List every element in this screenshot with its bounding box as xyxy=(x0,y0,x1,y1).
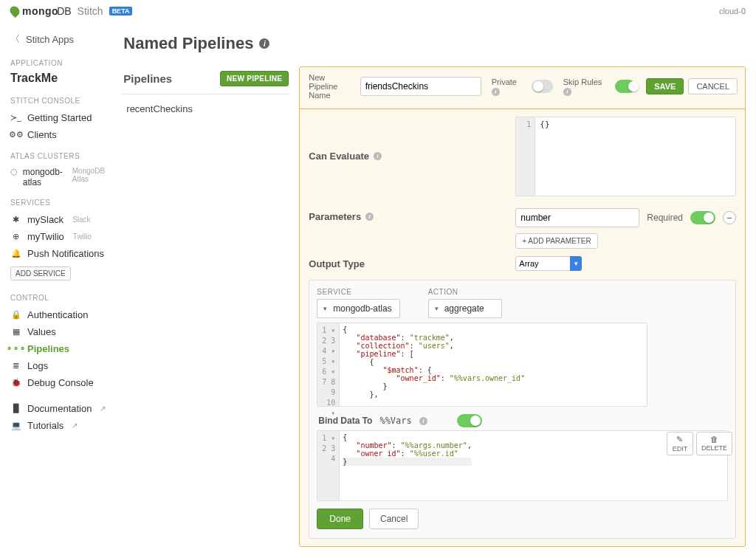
info-icon[interactable]: i xyxy=(419,417,427,425)
sidebar-debug[interactable]: 🐞 Debug Console xyxy=(10,374,109,391)
sidebar-logs[interactable]: ≣ Logs xyxy=(10,357,109,374)
new-pipeline-button[interactable]: NEW PIPELINE xyxy=(220,71,289,86)
add-parameter-button[interactable]: + ADD PARAMETER xyxy=(515,233,597,249)
sidebar-clients[interactable]: ⚙⚙ Clients xyxy=(10,126,109,143)
push-label: Push Notifications xyxy=(27,248,104,259)
sidebar-twilio[interactable]: ⊕ myTwilio Twilio xyxy=(10,228,109,245)
can-evaluate-label: Can Evaluate i xyxy=(309,117,508,162)
info-icon[interactable]: i xyxy=(492,88,500,96)
cancel-button[interactable]: CANCEL xyxy=(688,78,738,94)
stage-code-editor[interactable]: 1 ▾ 2 3 4 ▾ 5 ▾ 6 ▾ 7 8 9 10 ▾ { "databa… xyxy=(317,323,647,407)
private-toggle[interactable] xyxy=(532,80,553,93)
book-icon: ▉ xyxy=(10,404,21,413)
info-icon[interactable]: i xyxy=(563,88,571,96)
section-clusters: ATLAS CLUSTERS xyxy=(10,152,109,160)
pipeline-name-input[interactable] xyxy=(360,77,481,96)
sidebar-docs[interactable]: ▉ Documentation ↗ xyxy=(10,400,109,417)
getting-started-label: Getting Started xyxy=(27,112,92,123)
section-console: STITCH CONSOLE xyxy=(10,97,109,105)
sidebar-tutorials[interactable]: 💻 Tutorials ↗ xyxy=(10,417,109,434)
back-label: Stitch Apps xyxy=(26,34,74,45)
app-name: TrackMe xyxy=(10,72,109,85)
sidebar-slack[interactable]: ✱ mySlack Slack xyxy=(10,211,109,228)
delete-stage-button[interactable]: 🗑DELETE xyxy=(696,432,732,455)
pipeline-list-item[interactable]: recentCheckins xyxy=(122,94,290,123)
required-toggle[interactable] xyxy=(690,211,715,224)
sidebar-values[interactable]: ▦ Values xyxy=(10,323,109,340)
skip-rules-toggle[interactable] xyxy=(615,80,636,93)
done-button[interactable]: Done xyxy=(317,509,363,529)
sidebar: 〈 Stitch Apps APPLICATION TrackMe STITCH… xyxy=(0,21,114,554)
parameter-name-input[interactable] xyxy=(515,208,639,227)
info-icon[interactable]: i xyxy=(365,213,374,221)
page-title-text: Named Pipelines xyxy=(123,34,253,53)
parameters-label: Parameters i xyxy=(309,208,508,222)
values-icon: ▦ xyxy=(10,328,21,337)
bug-icon: 🐞 xyxy=(10,379,21,388)
sidebar-getting-started[interactable]: ≻_ Getting Started xyxy=(10,109,109,126)
bell-icon: 🔔 xyxy=(10,249,21,258)
back-link[interactable]: 〈 Stitch Apps xyxy=(10,32,109,46)
sidebar-cluster[interactable]: ◌ mongodb-atlas MongoDB Atlas xyxy=(10,165,109,190)
pencil-icon: ✎ xyxy=(676,435,683,444)
bind-vars-label: %%Vars xyxy=(379,416,411,426)
brand: mongoDB Stitch BETA xyxy=(10,5,132,17)
slack-icon: ✱ xyxy=(10,216,21,224)
sidebar-pipelines[interactable]: ⚬⚬⚬ Pipelines xyxy=(10,340,109,357)
sidebar-push[interactable]: 🔔 Push Notifications xyxy=(10,245,109,262)
output-type-select[interactable]: ▾ xyxy=(515,256,582,271)
cluster-icon: ◌ xyxy=(10,167,18,176)
pipelines-label: Pipelines xyxy=(27,343,69,354)
logs-icon: ≣ xyxy=(10,362,21,371)
tutorials-label: Tutorials xyxy=(27,420,63,431)
pipelines-icon: ⚬⚬⚬ xyxy=(10,345,21,354)
cluster-provider: MongoDB Atlas xyxy=(72,167,109,183)
name-label: New Pipeline Name xyxy=(309,73,349,100)
skip-label: Skip Rules i xyxy=(563,78,605,96)
bind-data-toggle[interactable] xyxy=(457,414,482,427)
sidebar-auth[interactable]: 🔒 Authentication xyxy=(10,306,109,323)
info-icon[interactable]: i xyxy=(259,38,269,49)
mongodb-leaf-icon xyxy=(8,4,21,18)
editor-panel: New Pipeline Name Private i Skip Rules i… xyxy=(299,66,746,547)
service-value: mongodb-atlas xyxy=(333,303,391,314)
editor-topbar: New Pipeline Name Private i Skip Rules i… xyxy=(300,67,745,109)
beta-badge: BETA xyxy=(109,7,133,16)
section-services: SERVICES xyxy=(10,199,109,207)
slack-sub: Slack xyxy=(72,216,90,224)
action-select[interactable]: aggregate xyxy=(428,299,502,318)
values-label: Values xyxy=(27,326,56,337)
stage-cancel-button[interactable]: Cancel xyxy=(369,509,419,529)
lock-icon: 🔒 xyxy=(10,311,21,320)
cluster-name: mongodb-atlas xyxy=(23,167,65,187)
topbar: mongoDB Stitch BETA cloud-0 xyxy=(0,0,756,21)
chevron-left-icon: 〈 xyxy=(10,32,20,46)
brand-product: Stitch xyxy=(78,5,103,17)
edit-stage-button[interactable]: ✎EDIT xyxy=(667,432,693,455)
docs-label: Documentation xyxy=(27,403,92,414)
external-link-icon: ↗ xyxy=(72,421,78,430)
pipeline-stage-card: SERVICE mongodb-atlas ACTION aggregate xyxy=(309,280,736,539)
debug-label: Debug Console xyxy=(27,377,94,388)
required-label: Required xyxy=(647,213,683,223)
clients-icon: ⚙⚙ xyxy=(10,131,21,140)
laptop-icon: 💻 xyxy=(10,421,21,430)
can-evaluate-editor[interactable]: 1 {} xyxy=(515,117,736,196)
can-evaluate-code: {} xyxy=(535,117,554,196)
save-button[interactable]: SAVE xyxy=(646,78,684,94)
add-service-button[interactable]: ADD SERVICE xyxy=(10,266,71,280)
section-application: APPLICATION xyxy=(10,59,109,67)
pipelines-panel: Pipelines NEW PIPELINE recentCheckins xyxy=(122,66,290,123)
twilio-sub: Twilio xyxy=(73,232,92,241)
logs-label: Logs xyxy=(27,360,48,371)
info-icon[interactable]: i xyxy=(374,152,382,160)
main: Named Pipelines i Pipelines NEW PIPELINE… xyxy=(114,21,756,554)
remove-parameter-button[interactable]: − xyxy=(723,211,736,224)
external-link-icon: ↗ xyxy=(100,404,106,413)
bind-data-label: Bind Data To xyxy=(318,416,372,426)
trash-icon: 🗑 xyxy=(710,435,718,444)
service-header: SERVICE xyxy=(317,288,399,296)
slack-label: mySlack xyxy=(27,214,63,225)
service-select[interactable]: mongodb-atlas xyxy=(317,299,399,318)
private-label: Private i xyxy=(492,78,522,96)
